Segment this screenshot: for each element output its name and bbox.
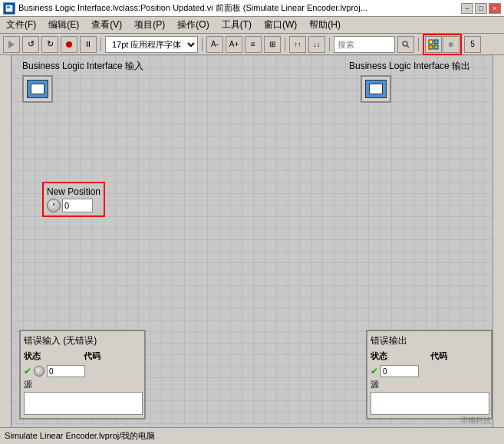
error-output-source-box[interactable] <box>371 392 489 415</box>
window-controls: − □ × <box>461 3 501 14</box>
left-ruler <box>0 55 12 427</box>
svg-point-4 <box>66 41 72 48</box>
output-bli-box <box>361 75 391 103</box>
menu-help[interactable]: 帮助(H) <box>306 17 344 33</box>
toolbar-sep-3 <box>285 38 285 51</box>
menu-edit[interactable]: 编辑(E) <box>45 17 82 33</box>
title-bar: Business Logic Interface.lvclass:Positio… <box>0 0 504 17</box>
error-input-source-row: 源 <box>24 379 141 415</box>
right-scrollbar[interactable] <box>492 55 504 427</box>
toolbar-sep-4 <box>329 38 330 51</box>
pause-button[interactable]: ⏸ <box>80 36 97 53</box>
maximize-button[interactable]: □ <box>475 3 487 14</box>
input-bli-screen <box>31 84 44 94</box>
status-text: Simulate Linear Encoder.lvproj/我的电脑 <box>5 430 155 442</box>
input-bli-box <box>22 75 53 103</box>
output-bli-inner <box>365 80 387 98</box>
new-position-knob[interactable] <box>47 199 61 212</box>
menu-operate[interactable]: 操作(O) <box>174 17 212 33</box>
output-panel-label: Business Logic Interface 输出 <box>349 60 470 73</box>
error-output-grid: 状态 代码 <box>371 350 488 362</box>
input-bli-inner <box>27 80 48 98</box>
error-output-code-header: 代码 <box>430 350 489 362</box>
output-bli-screen <box>369 84 383 94</box>
search-input[interactable] <box>334 36 395 53</box>
status-bar: Simulate Linear Encoder.lvproj/我的电脑 <box>0 427 504 444</box>
input-bli-icon[interactable] <box>22 75 53 103</box>
minimize-button[interactable]: − <box>461 3 473 14</box>
new-position-label: New Position <box>47 186 100 197</box>
error-input-check: ✔ <box>24 366 31 377</box>
new-position-box: New Position 0 <box>42 182 105 217</box>
error-output-panel: 错误输出 状态 代码 ✔ 0 源 <box>366 330 492 419</box>
menu-view[interactable]: 查看(V) <box>88 17 125 33</box>
svg-rect-2 <box>7 6 10 8</box>
svg-point-5 <box>403 41 407 46</box>
text-larger[interactable]: A+ <box>226 36 242 53</box>
back-button[interactable]: ↓↓ <box>308 36 325 53</box>
error-input-source-label: 源 <box>24 379 141 390</box>
close-button[interactable]: × <box>489 3 501 14</box>
error-output-state-header: 状态 <box>371 350 429 362</box>
menu-bar: 文件(F) 编辑(E) 查看(V) 项目(P) 操作(O) 工具(T) 窗口(W… <box>0 17 504 34</box>
redo-button[interactable]: ↻ <box>41 36 58 53</box>
error-input-row: ✔ 0 <box>24 365 141 377</box>
align-button[interactable]: ≡ <box>245 36 262 53</box>
toolbar: ↺ ↻ ⏸ 17pt 应用程序字体 A- A+ ≡ ⊞ ↑↑ ↓↓ ⊕ <box>0 34 504 55</box>
error-input-code-header: 代码 <box>84 350 142 362</box>
error-input-grid: 状态 代码 <box>24 350 141 362</box>
svg-rect-9 <box>429 45 433 49</box>
toolbar-sep-2 <box>202 38 203 51</box>
abort-button[interactable] <box>61 36 77 53</box>
toolbar-sep-1 <box>100 38 101 51</box>
error-output-source-row: 源 <box>371 379 488 415</box>
error-input-title: 错误输入 (无错误) <box>24 334 141 347</box>
error-output-code-value[interactable]: 0 <box>380 365 419 377</box>
error-output-check: ✔ <box>371 366 378 377</box>
extra-btn[interactable]: 5 <box>464 36 481 53</box>
error-input-code-value[interactable]: 0 <box>47 365 85 377</box>
svg-line-6 <box>407 45 410 48</box>
menu-file[interactable]: 文件(F) <box>3 17 39 33</box>
error-input-knob[interactable] <box>34 366 44 377</box>
new-position-control: 0 <box>47 199 100 212</box>
error-input-source-box[interactable] <box>24 392 143 415</box>
input-panel-label: Business Logic Interface 输入 <box>22 60 143 73</box>
error-output-row: ✔ 0 <box>371 365 488 377</box>
output-bli-icon[interactable] <box>361 75 391 103</box>
undo-button[interactable]: ↺ <box>22 36 39 53</box>
menu-project[interactable]: 项目(P) <box>131 17 168 33</box>
font-dropdown[interactable]: 17pt 应用程序字体 <box>105 36 198 53</box>
highlight-group: ⊕ <box>423 34 462 55</box>
error-input-state-header: 状态 <box>24 350 82 362</box>
app-icon <box>3 2 15 15</box>
ctrl-icon-2[interactable]: ⊕ <box>443 36 460 53</box>
svg-rect-8 <box>434 40 438 44</box>
menu-tools[interactable]: 工具(T) <box>219 17 255 33</box>
run-button[interactable] <box>3 36 20 53</box>
error-output-title: 错误输出 <box>371 334 488 347</box>
toolbar-sep-5 <box>418 38 419 51</box>
error-output-source-label: 源 <box>371 379 488 390</box>
watermark: 华楠科技 <box>460 415 491 426</box>
dist-button[interactable]: ⊞ <box>264 36 281 53</box>
search-button[interactable] <box>397 36 414 53</box>
svg-marker-3 <box>8 41 15 48</box>
svg-rect-7 <box>429 40 433 44</box>
new-position-value[interactable]: 0 <box>62 199 93 212</box>
main-area: Business Logic Interface 输入 Business Log… <box>0 55 504 427</box>
canvas[interactable]: Business Logic Interface 输入 Business Log… <box>12 55 492 427</box>
title-text: Business Logic Interface.lvclass:Positio… <box>18 2 461 14</box>
error-input-panel: 错误输入 (无错误) 状态 代码 ✔ 0 源 <box>19 330 146 419</box>
svg-rect-10 <box>434 45 438 49</box>
front-button[interactable]: ↑↑ <box>289 36 306 53</box>
text-smaller[interactable]: A- <box>206 36 223 53</box>
menu-window[interactable]: 窗口(W) <box>261 17 300 33</box>
ctrl-icon-1[interactable] <box>425 36 442 53</box>
